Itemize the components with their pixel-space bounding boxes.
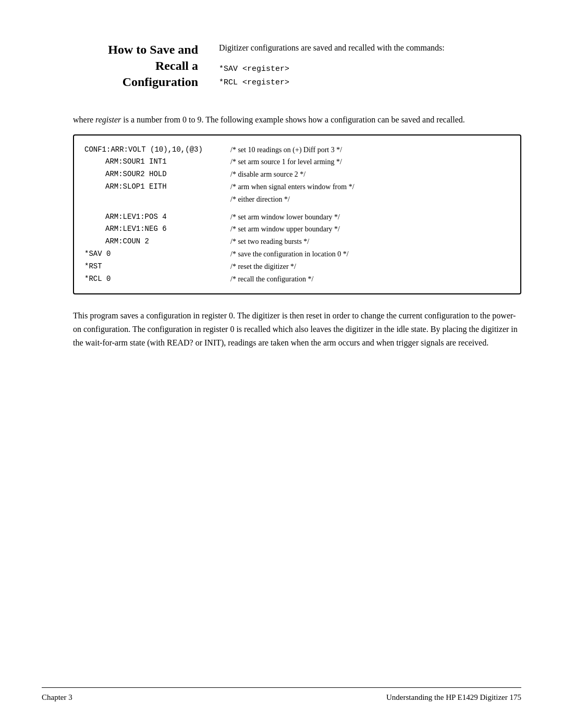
code-cmd: ARM:SOUR2 HOLD bbox=[84, 168, 230, 181]
code-cmd: ARM:LEV1:NEG 6 bbox=[84, 223, 230, 236]
code-cmd: CONF1:ARR:VOLT (10),10,(@3) bbox=[84, 144, 230, 156]
code-comment: /* set two reading bursts */ bbox=[230, 236, 309, 248]
heading-line1: How to Save and bbox=[108, 43, 198, 56]
right-intro-commands: Digitizer configurations are saved and r… bbox=[219, 42, 521, 89]
footer-left: Chapter 3 bbox=[42, 693, 72, 702]
code-comment: /* arm when signal enters window from */ bbox=[230, 181, 354, 193]
body-text: This program saves a configuration in re… bbox=[73, 309, 521, 349]
code-cmd: ARM:COUN 2 bbox=[84, 236, 230, 248]
code-row: ARM:LEV1:POS 4/* set arm window lower bo… bbox=[84, 211, 510, 224]
footer-right: Understanding the HP E1429 Digitizer 175 bbox=[386, 693, 521, 702]
heading-line2: Recall a bbox=[155, 59, 198, 72]
code-comment: /* reset the digitizer */ bbox=[230, 261, 296, 273]
code-comment: /* save the configuration in location 0 … bbox=[230, 248, 349, 261]
code-comment: /* set arm source 1 for level arming */ bbox=[230, 156, 342, 168]
code-row: *SAV 0/* save the configuration in locat… bbox=[84, 248, 510, 261]
code-cmd: ARM:SLOP1 EITH bbox=[84, 181, 230, 193]
where-text: where register is a number from 0 to 9. … bbox=[73, 114, 521, 126]
page-container: How to Save and Recall a Configuration D… bbox=[0, 0, 563, 728]
intro-text: Digitizer configurations are saved and r… bbox=[219, 42, 521, 54]
sav-command: *SAV <register> bbox=[219, 63, 521, 76]
code-comment: /* either direction */ bbox=[230, 193, 290, 206]
code-comment: /* recall the configuration */ bbox=[230, 273, 313, 286]
right-section: Digitizer configurations are saved and r… bbox=[219, 42, 521, 89]
code-box: CONF1:ARR:VOLT (10),10,(@3)/* set 10 rea… bbox=[73, 134, 521, 295]
code-row: *RST/* reset the digitizer */ bbox=[84, 261, 510, 273]
code-cmd: *RST bbox=[84, 261, 230, 273]
code-row: ARM:SOUR2 HOLD/* disable arm source 2 */ bbox=[84, 168, 510, 181]
code-row: /* either direction */ bbox=[84, 193, 510, 206]
heading-line3: Configuration bbox=[123, 75, 198, 89]
code-row: *RCL 0/* recall the configuration */ bbox=[84, 273, 510, 286]
heading-block: How to Save and Recall a Configuration bbox=[73, 42, 198, 91]
footer: Chapter 3 Understanding the HP E1429 Dig… bbox=[42, 687, 521, 702]
page-heading: How to Save and Recall a Configuration bbox=[73, 42, 198, 91]
code-row: ARM:SLOP1 EITH/* arm when signal enters … bbox=[84, 181, 510, 193]
code-row: CONF1:ARR:VOLT (10),10,(@3)/* set 10 rea… bbox=[84, 144, 510, 156]
code-row: ARM:SOUR1 INT1/* set arm source 1 for le… bbox=[84, 156, 510, 168]
code-comment: /* set arm window upper boundary */ bbox=[230, 223, 340, 236]
code-comment: /* set arm window lower boundary */ bbox=[230, 211, 340, 224]
sav-rcl-block: *SAV <register> *RCL <register> bbox=[219, 63, 521, 89]
code-cmd: ARM:SOUR1 INT1 bbox=[84, 156, 230, 168]
rcl-command: *RCL <register> bbox=[219, 76, 521, 90]
code-row: ARM:LEV1:NEG 6/* set arm window upper bo… bbox=[84, 223, 510, 236]
code-row: ARM:COUN 2/* set two reading bursts */ bbox=[84, 236, 510, 248]
top-section: How to Save and Recall a Configuration D… bbox=[73, 42, 521, 91]
code-cmd: *SAV 0 bbox=[84, 248, 230, 261]
content-area: How to Save and Recall a Configuration D… bbox=[73, 42, 521, 357]
code-cmd: ARM:LEV1:POS 4 bbox=[84, 211, 230, 224]
code-comment: /* disable arm source 2 */ bbox=[230, 168, 305, 181]
code-cmd: *RCL 0 bbox=[84, 273, 230, 286]
code-comment: /* set 10 readings on (+) Diff port 3 */ bbox=[230, 144, 342, 156]
